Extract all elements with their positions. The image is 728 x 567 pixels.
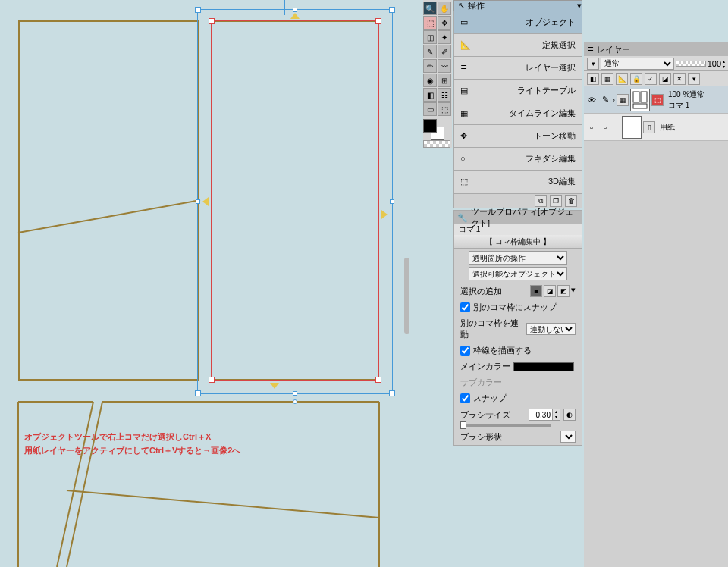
brush-shape-select[interactable] [560, 431, 576, 443]
edge-handle-left[interactable] [202, 197, 209, 206]
tool-fill[interactable]: ⬚ [438, 102, 451, 116]
layer-ref-icon[interactable]: ✓ [645, 73, 657, 85]
tool-brush[interactable]: 〰 [438, 59, 451, 73]
layer-name-text: コマ 1 [668, 100, 704, 111]
addsel-mode2[interactable]: ◪ [544, 285, 556, 297]
tool-autoselect[interactable]: ✦ [438, 30, 451, 44]
edge-handle-top[interactable] [290, 13, 300, 19]
canvas-scrollbar[interactable] [404, 258, 410, 334]
opacity-strip[interactable] [676, 61, 706, 67]
visibility-icon-2[interactable]: ▫ [585, 123, 598, 132]
foreground-color[interactable] [423, 119, 437, 133]
visibility-icon[interactable]: 👁 [585, 96, 598, 105]
tool-marquee[interactable]: ◫ [423, 30, 437, 44]
transparent-color[interactable] [423, 140, 450, 148]
transparent-op-select[interactable]: 透明箇所の操作 [469, 251, 567, 265]
selection-inner [211, 20, 379, 381]
subtool-object[interactable]: ▭オブジェクト [453, 11, 582, 34]
layer-mask-icon[interactable]: ▦ [601, 73, 613, 85]
subtool-ruler[interactable]: 📐定規選択 [453, 34, 582, 57]
svg-line-7 [67, 490, 379, 518]
layer-panel-title: ≣ レイヤー [584, 42, 728, 56]
link-other-frame-row: 別のコマ枠を連動 連動しない [454, 315, 582, 343]
subtool-timeline[interactable]: ▦タイムライン編集 [453, 102, 582, 125]
tool-airbrush[interactable]: ◉ [423, 74, 437, 87]
blend-swatch-icon[interactable]: ▾ [587, 58, 599, 70]
tool-eraser[interactable]: ◧ [423, 88, 437, 102]
blend-mode-select[interactable]: 通常 [601, 58, 674, 70]
draw-border-checkbox[interactable] [460, 346, 470, 356]
layer-thumb-paper [622, 116, 642, 139]
layer-status-icon: ⬚ [651, 94, 664, 106]
chevron-down-icon[interactable]: ▾ [571, 285, 576, 297]
subtool-balloon[interactable]: ○フキダシ編集 [453, 148, 582, 171]
subtool-3d[interactable]: ⬚3D編集 [453, 171, 582, 193]
snap-other-checkbox[interactable] [460, 302, 470, 312]
tool-rect[interactable]: ▭ [423, 102, 437, 116]
brush-size-input[interactable] [529, 411, 552, 419]
link-slot[interactable]: ▫ [599, 123, 611, 132]
dropdown-icon[interactable]: ▾ [577, 1, 582, 11]
snap-row[interactable]: スナップ [454, 390, 582, 406]
subtool-add-icon[interactable]: ⧉ [535, 195, 547, 207]
subtool-layer-select[interactable]: ≣レイヤー選択 [453, 57, 582, 80]
subtool-header: ↖ 操作 ▾ [453, 0, 582, 11]
brush-size-row: ブラシサイズ ▴▾ ◐ [454, 406, 582, 423]
annotation-text: オブジェクトツールで右上コマだけ選択しCtrl＋X 用紙レイヤーをアクティブにし… [24, 431, 240, 457]
opacity-value: 100 [708, 59, 721, 68]
tool-hand[interactable]: ✋ [438, 2, 451, 15]
draw-border-row[interactable]: 枠線を描画する [454, 343, 582, 359]
link-option-select[interactable]: 連動しない [526, 323, 576, 335]
subtool-light-table[interactable]: ▤ライトテーブル [453, 80, 582, 102]
addsel-mode1[interactable]: ■ [530, 285, 542, 297]
tool-move[interactable]: ✥ [438, 16, 451, 30]
subtool-dup-icon[interactable]: ❐ [550, 195, 562, 207]
layer-type-icon: ▦ [617, 94, 629, 106]
tool-operation[interactable]: ⬚ [423, 16, 437, 30]
tool-property-panel: 🔧 ツールプロパティ[オブジェクト] コマ 1 【 コマ枠編集中 】 透明箇所の… [453, 210, 582, 446]
layers-icon: ≣ [587, 45, 594, 55]
tool-pencil[interactable]: ✏ [423, 59, 437, 73]
subtool-delete-icon[interactable]: 🗑 [565, 195, 577, 207]
main-color-swatch[interactable] [513, 362, 574, 371]
layer-row-paper[interactable]: ▫ ▫ ▯ 用紙 [584, 114, 728, 141]
layer-action-row: ◧ ▦ 📐 🔒 ✓ ◪ ✕ ▾ [584, 71, 728, 86]
main-color-row: メインカラー [454, 359, 582, 374]
brush-size-slider[interactable] [460, 424, 551, 427]
svg-rect-8 [633, 92, 639, 102]
tool-blend[interactable]: ☷ [438, 88, 451, 102]
tool-pen[interactable]: ✐ [438, 45, 451, 58]
editing-notice: 【 コマ枠編集中 】 [454, 235, 582, 249]
tool-eyedropper[interactable]: ✎ [423, 45, 437, 58]
wrench-icon: 🔧 [457, 213, 468, 223]
layer-new-icon[interactable]: ◧ [587, 73, 599, 85]
brush-size-toggle[interactable]: ◐ [563, 409, 576, 421]
layer-ruler-icon[interactable]: 📐 [616, 73, 628, 85]
addsel-mode3[interactable]: ◩ [557, 285, 570, 297]
add-selection-row: 選択の追加 ■ ◪ ◩ ▾ [454, 283, 582, 299]
layer-more-icon[interactable]: ▾ [688, 73, 700, 85]
snap-checkbox[interactable] [460, 393, 470, 403]
cursor-icon: ↖ [458, 1, 465, 11]
brush-size-spinner[interactable]: ▴▾ [529, 409, 560, 421]
layer-blend-row: ▾ 通常 100 ▴▾ [584, 56, 728, 71]
edge-handle-right[interactable] [381, 210, 388, 219]
edge-handle-bottom[interactable] [270, 383, 279, 389]
panel-frame-top-left[interactable] [18, 20, 199, 381]
layer-status-text: 100 %通常 [668, 89, 704, 100]
layer-x-icon[interactable]: ✕ [673, 73, 686, 85]
layer-lock-icon[interactable]: 🔒 [630, 73, 642, 85]
layer-color-icon[interactable]: ◪ [659, 73, 671, 85]
tool-property-title: 🔧 ツールプロパティ[オブジェクト] [454, 211, 582, 224]
canvas-area[interactable]: オブジェクトツールで右上コマだけ選択しCtrl＋X 用紙レイヤーをアクティブにし… [0, 0, 410, 567]
subtool-tone-move[interactable]: ✥トーン移動 [453, 125, 582, 148]
selectable-obj-select[interactable]: 選択可能なオブジェクト [469, 267, 567, 280]
tool-palette: 🔍 ✋ ⬚ ✥ ◫ ✦ ✎ ✐ ✏ 〰 ◉ ⊞ ◧ ☷ ▭ ⬚ [423, 0, 452, 148]
tool-decoration[interactable]: ⊞ [438, 74, 451, 87]
svg-rect-9 [641, 92, 647, 102]
layer-row-koma1[interactable]: 👁 ✎ › ▦ ⬚ 100 %通常 コマ 1 [584, 86, 728, 114]
tool-magnifier[interactable]: 🔍 [423, 2, 437, 15]
edit-icon[interactable]: ✎ [599, 95, 611, 105]
snap-other-frame-row[interactable]: 別のコマ枠にスナップ [454, 299, 582, 315]
svg-line-6 [67, 402, 102, 567]
